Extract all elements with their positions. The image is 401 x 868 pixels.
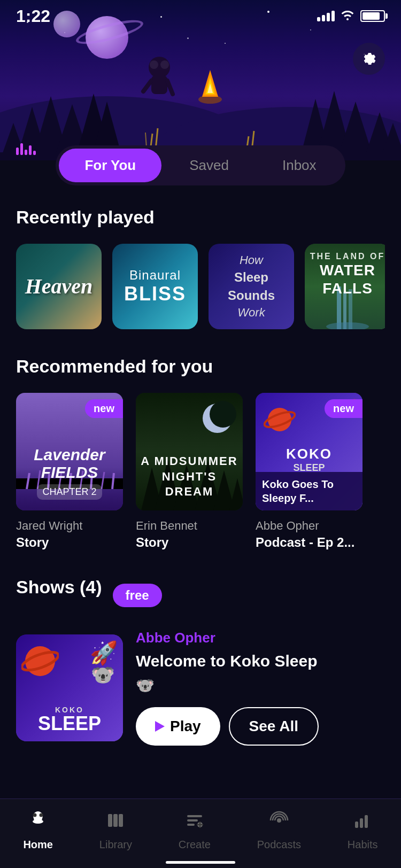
rec-author-koko: Abbe Opher [256, 519, 363, 533]
rec-art-lavender: new [16, 393, 123, 510]
campfire-flame [194, 67, 226, 105]
rec-author-midsummer: Erin Bennet [136, 519, 243, 533]
nav-create-label: Create [179, 839, 211, 851]
bottom-nav: Home Library Create [0, 799, 401, 868]
svg-line-30 [143, 81, 151, 91]
svg-rect-72 [365, 815, 368, 828]
library-icon [106, 811, 125, 834]
svg-rect-62 [119, 814, 123, 827]
album-binaural[interactable]: Binaural BLISS [112, 244, 198, 329]
album-heaven[interactable]: Heaven [16, 244, 102, 329]
habits-icon [353, 811, 372, 834]
svg-rect-70 [355, 821, 358, 828]
svg-point-35 [326, 322, 369, 329]
rec-art-midsummer: A MIDSUMMERNIGHT'SDREAM [136, 393, 243, 510]
koko-planet-svg [264, 404, 296, 436]
rec-author-lavender: Jared Wright [16, 519, 123, 533]
show-rocket-icon: 🚀 [90, 640, 118, 666]
show-author: Abbe Opher [136, 630, 385, 646]
nav-library[interactable]: Library [99, 811, 132, 851]
svg-rect-61 [113, 814, 118, 827]
nav-library-label: Library [99, 839, 132, 851]
album-sleep[interactable]: How Sleep Sounds Work [209, 244, 294, 329]
recently-played-section: Recently played Heaven Binaural BLISS Ho… [16, 207, 385, 329]
tab-for-you[interactable]: For You [59, 149, 161, 182]
rec-art-koko: new 🚀 Koko Goes To Sleepy F... K [256, 393, 363, 510]
nav-habits[interactable]: Habits [348, 811, 378, 851]
nav-home[interactable]: Home [23, 811, 53, 851]
main-tabs: For You Saved Inbox [0, 145, 401, 185]
see-all-button[interactable]: See All [229, 707, 319, 746]
tab-inbox[interactable]: Inbox [257, 149, 342, 182]
svg-rect-63 [187, 815, 202, 817]
free-badge: free [113, 584, 162, 607]
rec-type-lavender: Story [16, 535, 123, 550]
shows-section: Shows (4) free 🚀 🐨 KOKO SLEEP [16, 577, 385, 746]
svg-point-69 [277, 818, 281, 823]
album-heaven-text: Heaven [20, 268, 98, 305]
svg-point-27 [150, 60, 158, 69]
svg-point-59 [33, 819, 43, 824]
play-triangle-icon [155, 721, 165, 732]
recommended-section: Recommended for you new [16, 356, 385, 550]
nav-podcasts[interactable]: Podcasts [257, 811, 301, 851]
tab-saved[interactable]: Saved [164, 149, 255, 182]
svg-rect-29 [151, 75, 167, 94]
show-buttons: Play See All [136, 707, 385, 746]
show-planet-svg [21, 642, 59, 680]
gear-icon [360, 50, 377, 67]
status-icons [317, 9, 385, 24]
main-content: Recently played Heaven Binaural BLISS Ho… [0, 207, 401, 831]
create-icon [185, 811, 204, 834]
rec-card-lavender[interactable]: new [16, 393, 123, 550]
album-land[interactable]: THE LAND OF Waterfalls [305, 244, 385, 329]
battery-icon [360, 10, 385, 22]
show-info-koko: Abbe Opher Welcome to Koko Sleep 🐨 Play … [136, 630, 385, 746]
rec-card-koko[interactable]: new 🚀 Koko Goes To Sleepy F... K [256, 393, 363, 550]
show-art-koko[interactable]: 🚀 🐨 KOKO SLEEP [16, 634, 123, 741]
nav-podcasts-label: Podcasts [257, 839, 301, 851]
show-title: Welcome to Koko Sleep [136, 650, 385, 671]
home-icon [28, 811, 48, 834]
play-button[interactable]: Play [136, 707, 220, 746]
signal-bars-icon [317, 11, 335, 21]
rec-card-midsummer[interactable]: A MIDSUMMERNIGHT'SDREAM Erin Bennet Stor… [136, 393, 243, 550]
settings-button[interactable] [353, 43, 385, 75]
svg-point-54 [25, 646, 55, 676]
rec-type-koko: Podcast - Ep 2... [256, 535, 363, 550]
shows-title: Shows (4) [16, 577, 102, 598]
status-bar: 1:22 [0, 0, 401, 32]
svg-rect-68 [187, 824, 195, 826]
album-land-text: THE LAND OF Waterfalls [305, 252, 385, 297]
nav-habits-label: Habits [348, 839, 378, 851]
recommended-title: Recommended for you [16, 356, 385, 377]
hero-character [141, 54, 178, 102]
rec-type-midsummer: Story [136, 535, 243, 550]
svg-point-28 [160, 60, 169, 69]
svg-point-58 [40, 813, 43, 817]
svg-rect-60 [108, 814, 112, 827]
midsummer-moon [203, 404, 232, 433]
wifi-icon [340, 9, 355, 24]
album-binaural-text: Binaural BLISS [119, 262, 191, 311]
svg-line-31 [167, 81, 173, 94]
koko-card-title: Koko Goes To Sleepy F... [262, 477, 356, 505]
new-badge-koko: new [325, 399, 363, 418]
show-card-koko: 🚀 🐨 KOKO SLEEP Abbe Opher Welcome to Kok… [16, 630, 385, 746]
status-time: 1:22 [16, 6, 50, 26]
nav-create[interactable]: Create [179, 811, 211, 851]
recently-played-scroll: Heaven Binaural BLISS How Sleep Sounds W… [16, 244, 385, 329]
new-badge-lavender: new [85, 399, 123, 418]
koko-logo-text: KOKO [256, 446, 363, 462]
svg-rect-64 [187, 819, 198, 821]
home-indicator [166, 861, 235, 864]
lavender-text-overlay: LavenderFIELDS CHAPTER 2 [16, 446, 123, 500]
podcasts-icon [269, 811, 289, 834]
svg-point-57 [33, 813, 37, 817]
recommended-scroll: new [16, 393, 385, 550]
show-bear-icon: 🐨 [91, 664, 115, 686]
midsummer-text-overlay: A MIDSUMMERNIGHT'SDREAM [136, 454, 243, 500]
svg-rect-71 [360, 818, 363, 828]
nav-home-label: Home [23, 839, 53, 851]
album-sleep-text: How Sleep Sounds Work [221, 246, 281, 328]
